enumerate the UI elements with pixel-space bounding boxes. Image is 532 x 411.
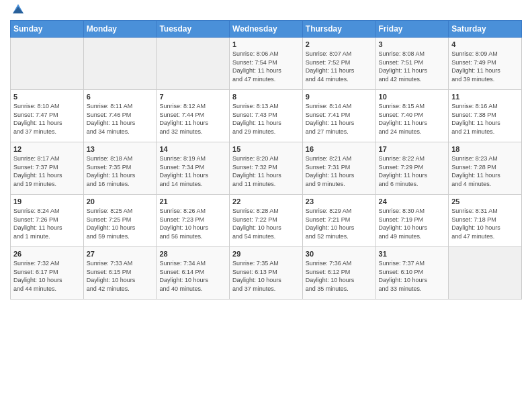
day-info: Sunrise: 8:25 AMSunset: 7:25 PMDaylight:…: [87, 207, 154, 240]
day-number: 1: [232, 40, 300, 48]
day-cell: [83, 38, 157, 90]
day-cell: 29Sunrise: 7:35 AMSunset: 6:13 PMDayligh…: [230, 247, 303, 300]
day-number: 20: [87, 197, 154, 205]
day-number: 9: [306, 93, 373, 101]
week-row-2: 5Sunrise: 8:10 AMSunset: 7:47 PMDaylight…: [11, 90, 522, 142]
header: [10, 7, 522, 15]
day-info: Sunrise: 8:22 AMSunset: 7:29 PMDaylight:…: [379, 154, 446, 188]
day-cell: 7Sunrise: 8:12 AMSunset: 7:44 PMDaylight…: [157, 90, 230, 142]
day-cell: [157, 38, 230, 90]
day-info: Sunrise: 7:34 AMSunset: 6:14 PMDaylight:…: [159, 259, 226, 293]
day-cell: 13Sunrise: 8:18 AMSunset: 7:35 PMDayligh…: [83, 142, 157, 195]
day-number: 18: [451, 145, 519, 153]
day-info: Sunrise: 8:10 AMSunset: 7:47 PMDaylight:…: [13, 102, 81, 136]
day-cell: 25Sunrise: 8:31 AMSunset: 7:18 PMDayligh…: [449, 195, 522, 247]
day-cell: 4Sunrise: 8:09 AMSunset: 7:49 PMDaylight…: [449, 38, 522, 90]
day-number: 25: [451, 197, 519, 205]
week-row-3: 12Sunrise: 8:17 AMSunset: 7:37 PMDayligh…: [11, 142, 522, 195]
day-cell: 8Sunrise: 8:13 AMSunset: 7:43 PMDaylight…: [230, 90, 303, 142]
day-info: Sunrise: 7:36 AMSunset: 6:12 PMDaylight:…: [306, 259, 373, 293]
day-info: Sunrise: 8:20 AMSunset: 7:32 PMDaylight:…: [232, 154, 300, 188]
day-number: 14: [159, 145, 226, 153]
day-info: Sunrise: 8:16 AMSunset: 7:38 PMDaylight:…: [451, 102, 519, 136]
day-number: 19: [13, 197, 81, 205]
day-info: Sunrise: 8:13 AMSunset: 7:43 PMDaylight:…: [232, 102, 300, 136]
day-number: 28: [159, 250, 226, 258]
day-number: 21: [159, 197, 226, 205]
day-cell: 28Sunrise: 7:34 AMSunset: 6:14 PMDayligh…: [157, 247, 230, 300]
day-cell: 11Sunrise: 8:16 AMSunset: 7:38 PMDayligh…: [449, 90, 522, 142]
day-cell: [11, 38, 84, 90]
calendar-table: SundayMondayTuesdayWednesdayThursdayFrid…: [10, 20, 522, 300]
day-number: 23: [306, 197, 373, 205]
day-cell: 10Sunrise: 8:15 AMSunset: 7:40 PMDayligh…: [375, 90, 449, 142]
day-cell: 6Sunrise: 8:11 AMSunset: 7:46 PMDaylight…: [83, 90, 157, 142]
day-info: Sunrise: 8:23 AMSunset: 7:28 PMDaylight:…: [451, 154, 519, 188]
day-number: 12: [13, 145, 81, 153]
header-cell-saturday: Saturday: [449, 21, 522, 38]
day-info: Sunrise: 7:37 AMSunset: 6:10 PMDaylight:…: [379, 259, 446, 293]
day-number: 22: [232, 197, 300, 205]
day-info: Sunrise: 8:11 AMSunset: 7:46 PMDaylight:…: [87, 102, 154, 136]
header-cell-monday: Monday: [83, 21, 157, 38]
day-cell: 18Sunrise: 8:23 AMSunset: 7:28 PMDayligh…: [449, 142, 522, 195]
day-cell: 27Sunrise: 7:33 AMSunset: 6:15 PMDayligh…: [83, 247, 157, 300]
week-row-5: 26Sunrise: 7:32 AMSunset: 6:17 PMDayligh…: [11, 247, 522, 300]
day-number: 5: [13, 93, 81, 101]
day-info: Sunrise: 8:26 AMSunset: 7:23 PMDaylight:…: [159, 207, 226, 240]
day-cell: 17Sunrise: 8:22 AMSunset: 7:29 PMDayligh…: [375, 142, 449, 195]
day-info: Sunrise: 8:07 AMSunset: 7:52 PMDaylight:…: [306, 50, 373, 83]
day-cell: 5Sunrise: 8:10 AMSunset: 7:47 PMDaylight…: [11, 90, 84, 142]
day-info: Sunrise: 8:24 AMSunset: 7:26 PMDaylight:…: [13, 207, 81, 240]
day-number: 24: [379, 197, 446, 205]
day-info: Sunrise: 8:29 AMSunset: 7:21 PMDaylight:…: [306, 207, 373, 240]
day-cell: 16Sunrise: 8:21 AMSunset: 7:31 PMDayligh…: [302, 142, 375, 195]
day-info: Sunrise: 8:14 AMSunset: 7:41 PMDaylight:…: [306, 102, 373, 136]
day-number: 31: [379, 250, 446, 258]
day-number: 4: [451, 40, 519, 48]
day-cell: 12Sunrise: 8:17 AMSunset: 7:37 PMDayligh…: [11, 142, 84, 195]
day-cell: 19Sunrise: 8:24 AMSunset: 7:26 PMDayligh…: [11, 195, 84, 247]
day-number: 27: [87, 250, 154, 258]
day-cell: 31Sunrise: 7:37 AMSunset: 6:10 PMDayligh…: [375, 247, 449, 300]
day-number: 6: [87, 93, 154, 101]
day-cell: 22Sunrise: 8:28 AMSunset: 7:22 PMDayligh…: [230, 195, 303, 247]
day-cell: 21Sunrise: 8:26 AMSunset: 7:23 PMDayligh…: [157, 195, 230, 247]
week-row-4: 19Sunrise: 8:24 AMSunset: 7:26 PMDayligh…: [11, 195, 522, 247]
day-cell: 23Sunrise: 8:29 AMSunset: 7:21 PMDayligh…: [302, 195, 375, 247]
day-cell: 14Sunrise: 8:19 AMSunset: 7:34 PMDayligh…: [157, 142, 230, 195]
day-cell: 24Sunrise: 8:30 AMSunset: 7:19 PMDayligh…: [375, 195, 449, 247]
day-cell: 15Sunrise: 8:20 AMSunset: 7:32 PMDayligh…: [230, 142, 303, 195]
day-number: 15: [232, 145, 300, 153]
day-number: 3: [379, 40, 446, 48]
day-number: 17: [379, 145, 446, 153]
day-cell: 20Sunrise: 8:25 AMSunset: 7:25 PMDayligh…: [83, 195, 157, 247]
day-info: Sunrise: 8:09 AMSunset: 7:49 PMDaylight:…: [451, 50, 519, 83]
day-cell: 1Sunrise: 8:06 AMSunset: 7:54 PMDaylight…: [230, 38, 303, 90]
day-info: Sunrise: 8:12 AMSunset: 7:44 PMDaylight:…: [159, 102, 226, 136]
day-number: 11: [451, 93, 519, 101]
day-info: Sunrise: 8:17 AMSunset: 7:37 PMDaylight:…: [13, 154, 81, 188]
day-number: 2: [306, 40, 373, 48]
header-cell-sunday: Sunday: [11, 21, 84, 38]
logo-icon: [11, 1, 25, 15]
header-row: SundayMondayTuesdayWednesdayThursdayFrid…: [11, 21, 522, 38]
day-number: 29: [232, 250, 300, 258]
day-info: Sunrise: 8:19 AMSunset: 7:34 PMDaylight:…: [159, 154, 226, 188]
day-info: Sunrise: 7:33 AMSunset: 6:15 PMDaylight:…: [87, 259, 154, 293]
header-cell-thursday: Thursday: [302, 21, 375, 38]
day-number: 8: [232, 93, 300, 101]
svg-marker-1: [13, 7, 24, 13]
header-cell-friday: Friday: [375, 21, 449, 38]
day-number: 10: [379, 93, 446, 101]
day-info: Sunrise: 8:18 AMSunset: 7:35 PMDaylight:…: [87, 154, 154, 188]
day-cell: 2Sunrise: 8:07 AMSunset: 7:52 PMDaylight…: [302, 38, 375, 90]
week-row-1: 1Sunrise: 8:06 AMSunset: 7:54 PMDaylight…: [11, 38, 522, 90]
header-cell-tuesday: Tuesday: [157, 21, 230, 38]
day-info: Sunrise: 8:30 AMSunset: 7:19 PMDaylight:…: [379, 207, 446, 240]
day-info: Sunrise: 8:28 AMSunset: 7:22 PMDaylight:…: [232, 207, 300, 240]
day-number: 7: [159, 93, 226, 101]
calendar-container: SundayMondayTuesdayWednesdayThursdayFrid…: [0, 0, 532, 411]
day-number: 30: [306, 250, 373, 258]
day-cell: 9Sunrise: 8:14 AMSunset: 7:41 PMDaylight…: [302, 90, 375, 142]
